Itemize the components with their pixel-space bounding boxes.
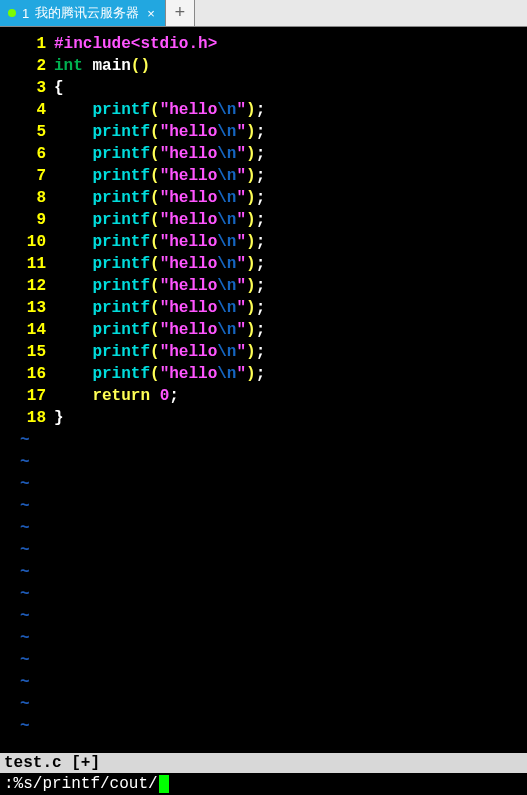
code-text: printf("hello\n"); <box>54 121 265 143</box>
vim-tilde-line: ~ <box>4 473 527 495</box>
code-line: 1#include<stdio.h> <box>4 33 527 55</box>
code-line: 13 printf("hello\n"); <box>4 297 527 319</box>
line-number: 13 <box>4 297 54 319</box>
new-tab-button[interactable]: + <box>166 0 195 26</box>
code-line: 17 return 0; <box>4 385 527 407</box>
code-line: 4 printf("hello\n"); <box>4 99 527 121</box>
line-number: 10 <box>4 231 54 253</box>
close-icon[interactable]: × <box>145 6 157 21</box>
vim-tilde-line: ~ <box>4 429 527 451</box>
code-text: printf("hello\n"); <box>54 231 265 253</box>
code-line: 15 printf("hello\n"); <box>4 341 527 363</box>
command-line[interactable]: :%s/printf/cout/ <box>0 773 527 795</box>
code-line: 8 printf("hello\n"); <box>4 187 527 209</box>
line-number: 9 <box>4 209 54 231</box>
code-line: 6 printf("hello\n"); <box>4 143 527 165</box>
line-number: 3 <box>4 77 54 99</box>
code-line: 14 printf("hello\n"); <box>4 319 527 341</box>
cursor-block-icon <box>159 775 169 793</box>
vim-tilde-line: ~ <box>4 561 527 583</box>
code-text: #include<stdio.h> <box>54 33 217 55</box>
code-text: { <box>54 77 64 99</box>
code-text: printf("hello\n"); <box>54 253 265 275</box>
vim-tilde-line: ~ <box>4 671 527 693</box>
tab-status-dot-icon <box>8 9 16 17</box>
code-line: 7 printf("hello\n"); <box>4 165 527 187</box>
code-line: 16 printf("hello\n"); <box>4 363 527 385</box>
vim-tilde-line: ~ <box>4 649 527 671</box>
vim-tilde-line: ~ <box>4 495 527 517</box>
line-number: 16 <box>4 363 54 385</box>
tab-title: 我的腾讯云服务器 <box>35 4 139 22</box>
line-number: 12 <box>4 275 54 297</box>
code-text: printf("hello\n"); <box>54 363 265 385</box>
code-text: } <box>54 407 64 429</box>
code-line: 12 printf("hello\n"); <box>4 275 527 297</box>
vim-tilde-line: ~ <box>4 451 527 473</box>
code-line: 11 printf("hello\n"); <box>4 253 527 275</box>
code-line: 5 printf("hello\n"); <box>4 121 527 143</box>
plus-icon: + <box>174 3 185 23</box>
line-number: 1 <box>4 33 54 55</box>
status-filename: test.c [+] <box>4 754 100 772</box>
status-line: test.c [+] <box>0 753 527 773</box>
terminal-vim-window: 1 我的腾讯云服务器 × + 1#include<stdio.h>2int ma… <box>0 0 527 795</box>
code-line: 3{ <box>4 77 527 99</box>
code-text: printf("hello\n"); <box>54 341 265 363</box>
line-number: 11 <box>4 253 54 275</box>
code-line: 2int main() <box>4 55 527 77</box>
code-line: 9 printf("hello\n"); <box>4 209 527 231</box>
code-text: printf("hello\n"); <box>54 165 265 187</box>
line-number: 5 <box>4 121 54 143</box>
code-text: printf("hello\n"); <box>54 319 265 341</box>
line-number: 14 <box>4 319 54 341</box>
vim-tilde-line: ~ <box>4 517 527 539</box>
line-number: 4 <box>4 99 54 121</box>
line-number: 17 <box>4 385 54 407</box>
vim-tilde-line: ~ <box>4 539 527 561</box>
line-number: 6 <box>4 143 54 165</box>
line-number: 2 <box>4 55 54 77</box>
code-text: printf("hello\n"); <box>54 143 265 165</box>
code-text: printf("hello\n"); <box>54 99 265 121</box>
code-line: 18} <box>4 407 527 429</box>
vim-tilde-line: ~ <box>4 715 527 737</box>
vim-tilde-line: ~ <box>4 583 527 605</box>
tab-bar: 1 我的腾讯云服务器 × + <box>0 0 527 27</box>
code-text: printf("hello\n"); <box>54 297 265 319</box>
code-text: return 0; <box>54 385 179 407</box>
vim-tilde-line: ~ <box>4 605 527 627</box>
line-number: 8 <box>4 187 54 209</box>
code-text: printf("hello\n"); <box>54 209 265 231</box>
tab-index: 1 <box>22 6 29 21</box>
line-number: 7 <box>4 165 54 187</box>
code-line: 10 printf("hello\n"); <box>4 231 527 253</box>
code-text: printf("hello\n"); <box>54 187 265 209</box>
editor-area[interactable]: 1#include<stdio.h>2int main()3{4 printf(… <box>0 27 527 753</box>
vim-tilde-line: ~ <box>4 693 527 715</box>
code-text: printf("hello\n"); <box>54 275 265 297</box>
line-number: 15 <box>4 341 54 363</box>
command-text: :%s/printf/cout/ <box>4 773 158 795</box>
code-text: int main() <box>54 55 150 77</box>
vim-tilde-line: ~ <box>4 627 527 649</box>
line-number: 18 <box>4 407 54 429</box>
tab-active[interactable]: 1 我的腾讯云服务器 × <box>0 0 166 26</box>
